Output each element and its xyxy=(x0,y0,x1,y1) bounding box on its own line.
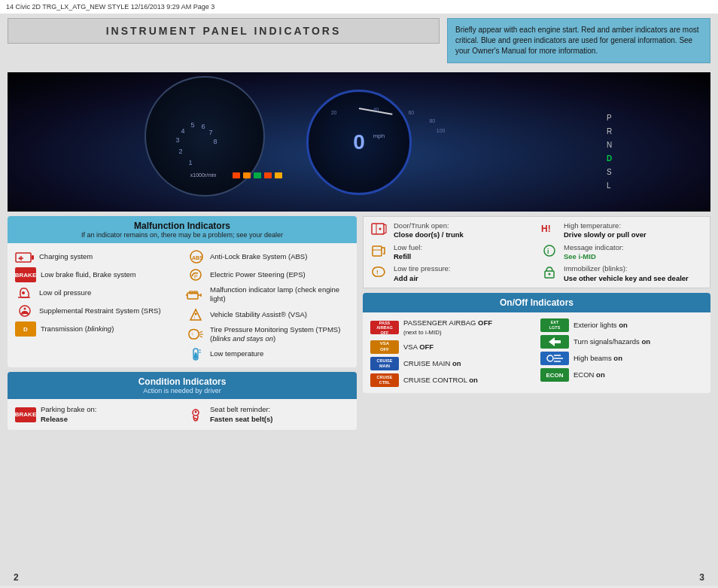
onoff-title: On/Off Indicators xyxy=(370,297,703,308)
list-item: Low oil pressure xyxy=(15,284,178,302)
svg-text:!: ! xyxy=(376,269,379,276)
malfunction-section: Malfunction Indicators If an indicator r… xyxy=(8,216,357,367)
high-beam-badge xyxy=(540,352,569,365)
svg-text:P: P xyxy=(194,274,198,279)
list-item: BRAKE Low brake fluid, Brake system xyxy=(15,266,178,284)
list-item: ECON ECON on xyxy=(540,367,703,383)
indicator-label: ECON on xyxy=(573,370,605,379)
passenger-airbag-badge: PASSAIRBAGOFF xyxy=(370,321,399,334)
list-item: ABS Anti-Lock Brake System (ABS) xyxy=(186,248,349,266)
page-number-right: 3 xyxy=(699,572,704,583)
ext-lights-badge: EXTLGTS xyxy=(540,318,569,332)
turn-sig-badge xyxy=(540,335,569,349)
info-box-text: Briefly appear with each engine start. R… xyxy=(455,26,699,55)
indicator-label: Low tire pressure: Add air xyxy=(394,264,451,283)
indicator-label: Exterior lights on xyxy=(573,321,628,330)
seatbelt-icon xyxy=(186,407,205,422)
abs-icon: ABS xyxy=(186,249,205,264)
fuel-icon xyxy=(370,243,389,258)
svg-text:H!: H! xyxy=(541,224,551,234)
condition-subtitle: Action is needed by driver xyxy=(15,387,349,395)
indicator-label: Low fuel: Refill xyxy=(394,243,422,262)
list-item: PASSAIRBAGOFF PASSENGER AIRBAG OFF(next … xyxy=(370,317,533,339)
indicator-label: Seat belt reminder:Fasten seat belt(s) xyxy=(210,405,272,424)
list-item: Door/Trunk open: Close door(s) / trunk xyxy=(370,221,534,240)
svg-line-22 xyxy=(199,331,202,333)
svg-text:i: i xyxy=(547,248,549,255)
dashboard-image: 1 2 3 4 5 6 7 8 x1000r/min 0 mph P R N xyxy=(8,72,710,212)
malfunction-header: Malfunction Indicators If an indicator r… xyxy=(8,216,357,243)
indicator-label: Turn signals/hazards on xyxy=(573,337,650,346)
list-item: Supplemental Restraint System (SRS) xyxy=(15,302,178,320)
indicator-label: Anti-Lock Brake System (ABS) xyxy=(210,252,307,261)
list-item: ! Low tire pressure: Add air xyxy=(370,264,534,283)
svg-point-36 xyxy=(379,228,382,230)
svg-rect-38 xyxy=(373,246,382,256)
svg-text:!: ! xyxy=(192,332,193,337)
list-item: Seat belt reminder:Fasten seat belt(s) xyxy=(186,404,349,425)
list-item: EXTLGTS Exterior lights on xyxy=(540,317,703,334)
list-item: Malfunction indicator lamp (check engine… xyxy=(186,284,349,306)
svg-text:ABS: ABS xyxy=(192,255,203,260)
indicator-label: VSA OFF xyxy=(403,343,434,352)
transmission-icon: D xyxy=(15,321,36,337)
indicator-label: High beams on xyxy=(573,354,622,363)
list-item: VSAOFF VSA OFF xyxy=(370,339,533,355)
indicator-label: Tire Pressure Monitoring System (TPMS) (… xyxy=(210,325,349,344)
door-icon xyxy=(370,221,389,236)
condition-body: BRAKE Parking brake on:Release xyxy=(8,399,357,430)
indicator-label: Immobilizer (blinks): Use other vehicle … xyxy=(564,264,689,283)
indicator-label: Low brake fluid, Brake system xyxy=(41,270,136,279)
list-item: Immobilizer (blinks): Use other vehicle … xyxy=(540,264,704,283)
indicator-label: Low temperature xyxy=(210,349,263,358)
svg-rect-1 xyxy=(32,255,34,260)
indicator-label: Malfunction indicator lamp (check engine… xyxy=(210,285,349,304)
parking-brake-icon: BRAKE xyxy=(15,407,36,422)
indicator-label: Parking brake on:Release xyxy=(41,405,96,424)
list-item: D Transmission (blinking) xyxy=(15,320,178,338)
condition-header: Condition Indicators Action is needed by… xyxy=(8,372,357,399)
svg-point-5 xyxy=(22,291,25,294)
list-item: High beams on xyxy=(540,350,703,367)
indicator-label: Charging system xyxy=(39,252,93,261)
message-icon: i xyxy=(540,243,559,258)
list-item: i Message indicator: See i-MID xyxy=(540,243,704,262)
list-item: Low temperature xyxy=(186,345,349,363)
onoff-section: On/Off Indicators PASSAIRBAGOFF PASSENGE… xyxy=(363,293,710,393)
page-header: 14 Civic 2D TRG_LX_ATG_NEW STYLE 12/16/2… xyxy=(0,0,718,14)
indicator-label: Door/Trunk open: Close door(s) / trunk xyxy=(394,221,464,240)
brake-icon: BRAKE xyxy=(15,267,36,282)
svg-point-46 xyxy=(547,355,553,361)
list-item: + Charging system xyxy=(15,248,178,266)
srs-icon xyxy=(15,303,35,318)
indicator-label: CRUISE CONTROL on xyxy=(403,376,478,385)
vsa-icon: ! xyxy=(186,307,205,322)
list-item: CRUISECTRL CRUISE CONTROL on xyxy=(370,372,533,388)
indicator-label: Supplemental Restraint System (SRS) xyxy=(39,306,161,315)
low-temp-icon xyxy=(186,346,205,361)
title-banner: INSTRUMENT PANEL INDICATORS xyxy=(8,18,440,44)
list-item: H! High temperature: Drive slowly or pul… xyxy=(540,221,704,240)
list-item: Low fuel: Refill xyxy=(370,243,534,262)
onoff-body: PASSAIRBAGOFF PASSENGER AIRBAG OFF(next … xyxy=(363,312,710,393)
svg-point-8 xyxy=(24,308,26,310)
svg-rect-34 xyxy=(372,224,384,234)
indicator-label: Low oil pressure xyxy=(39,288,91,297)
svg-marker-45 xyxy=(549,337,561,346)
high-temp-icon: H! xyxy=(540,221,559,236)
svg-point-28 xyxy=(194,356,197,359)
right-top-indicators: Door/Trunk open: Close door(s) / trunk H… xyxy=(363,216,710,288)
svg-point-32 xyxy=(195,410,197,413)
svg-point-44 xyxy=(549,273,551,276)
indicator-label: Vehicle Stability Assist® (VSA) xyxy=(210,310,307,319)
list-item: ! Vehicle Stability Assist® (VSA) xyxy=(186,306,349,324)
immobilizer-icon xyxy=(540,264,559,279)
econ-badge: ECON xyxy=(540,368,569,382)
list-item: ! Tire Pressure Monitoring System (TPMS)… xyxy=(186,324,349,346)
indicator-label: Message indicator: See i-MID xyxy=(564,243,624,262)
onoff-header: On/Off Indicators xyxy=(363,293,710,312)
list-item: CRUISEMAIN CRUISE MAIN on xyxy=(370,355,533,372)
list-item: Turn signals/hazards on xyxy=(540,334,703,350)
list-item: P Electric Power Steering (EPS) xyxy=(186,266,349,284)
tire-pressure-icon: ! xyxy=(370,264,389,279)
